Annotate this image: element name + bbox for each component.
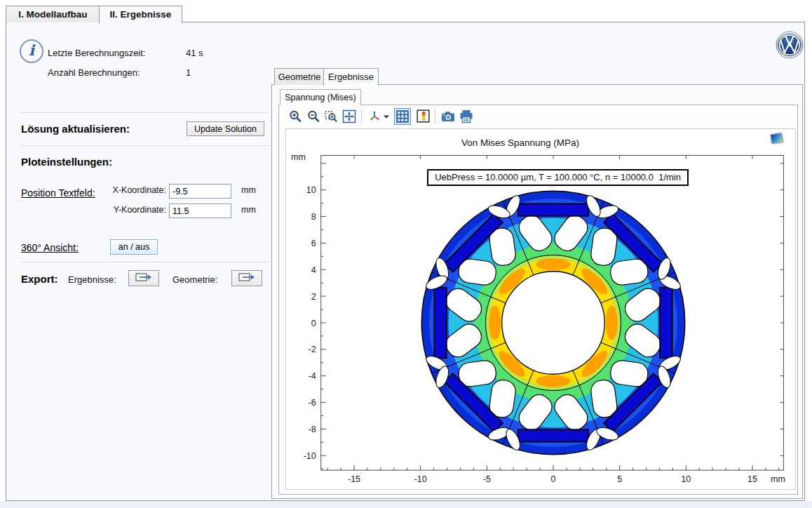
window-footer [0, 501, 812, 508]
update-solution-label: Lösung aktualisieren: [21, 123, 130, 135]
zoom-extents-icon [342, 109, 356, 123]
computation-count-label: Anzahl Berechnungen: [48, 67, 140, 78]
color-legend-toggle-button[interactable] [415, 109, 431, 124]
y-coordinate-input[interactable] [169, 203, 231, 218]
snapshot-button[interactable] [440, 109, 456, 124]
x-coordinate-unit: mm [241, 185, 256, 195]
info-icon: i [20, 39, 43, 63]
svg-text:-5: -5 [483, 474, 491, 484]
zoom-extents-button[interactable] [341, 109, 357, 124]
svg-text:5: 5 [617, 474, 622, 484]
svg-text:-8: -8 [309, 425, 316, 434]
update-solution-button[interactable]: Update Solution [187, 121, 264, 136]
vw-logo [776, 31, 804, 59]
tab-spannung-mises[interactable]: Spannung (Mises) [280, 89, 361, 105]
chevron-down-icon [383, 109, 390, 123]
svg-text:0: 0 [311, 319, 316, 328]
y-axis-unit: mm [291, 152, 306, 162]
zoom-box-button[interactable] [323, 109, 339, 124]
divider [21, 145, 269, 146]
tab-results[interactable]: Ergebnisse [323, 68, 379, 86]
svg-text:6: 6 [311, 239, 316, 248]
svg-text:-10: -10 [304, 451, 316, 461]
svg-text:-6: -6 [309, 398, 316, 408]
svg-text:10: 10 [306, 185, 316, 195]
view-orientation-dropdown[interactable] [381, 109, 391, 124]
svg-text:-2: -2 [309, 345, 316, 354]
last-computation-label: Letzte Berechnungszeit: [48, 48, 145, 58]
computation-count-value: 1 [186, 67, 191, 78]
zoom-out-icon [306, 109, 320, 123]
tab-ergebnisse[interactable]: II. Ergebnisse [99, 6, 182, 23]
toolbar-separator [435, 109, 435, 123]
camera-icon [441, 109, 455, 123]
print-button[interactable] [459, 109, 474, 124]
tab-modellaufbau[interactable]: I. Modellaufbau [6, 6, 100, 22]
svg-text:4: 4 [311, 265, 316, 275]
x-axis-unit: mm [771, 474, 785, 484]
y-coordinate-unit: mm [241, 205, 256, 215]
plot-canvas[interactable]: -15-10-50510151086420-2-4-6-8-10 Von Mis… [285, 128, 796, 490]
export-label: Export: [21, 273, 58, 285]
plot-settings-heading: Ploteinstellungen: [21, 156, 112, 168]
x-coordinate-label: X-Koordinate: [81, 185, 166, 195]
export-geometry-button[interactable] [231, 270, 262, 286]
zoom-in-icon [288, 109, 302, 123]
svg-text:10: 10 [681, 474, 691, 484]
tab-geometrie[interactable]: Geometrie [274, 68, 325, 85]
plot-thumbnail-icon[interactable] [770, 133, 783, 144]
divider [21, 262, 269, 262]
svg-text:-4: -4 [309, 371, 316, 381]
svg-text:0: 0 [551, 474, 556, 484]
export-results-button[interactable] [128, 270, 159, 286]
view-orientation-button[interactable] [367, 109, 383, 124]
app-window: I. Modellaufbau II. Ergebnisse i Letzte … [0, 0, 812, 508]
view-360-label: 360° Ansicht: [21, 242, 79, 253]
x-coordinate-input[interactable] [169, 184, 231, 199]
view-360-toggle-button[interactable]: an / aus [110, 239, 158, 255]
export-results-label: Ergebnisse: [68, 274, 116, 285]
divider [21, 112, 269, 113]
svg-text:-10: -10 [414, 474, 427, 484]
svg-text:-15: -15 [348, 474, 360, 484]
toolbar-separator [361, 109, 362, 123]
plot-annotation: UebPress = 10.0000 µm, T = 100.000 °C, n… [427, 169, 689, 186]
export-icon [238, 272, 255, 282]
printer-icon [459, 109, 473, 123]
zoom-in-button[interactable] [287, 109, 303, 124]
zoom-out-button[interactable] [306, 109, 321, 124]
svg-text:8: 8 [311, 212, 316, 222]
svg-text:15: 15 [747, 474, 757, 484]
svg-text:2: 2 [311, 292, 316, 302]
export-geometry-label: Geometrie: [172, 274, 217, 285]
grid-toggle-button[interactable] [394, 108, 411, 125]
grid-icon [396, 110, 409, 123]
last-computation-value: 41 s [186, 48, 203, 58]
axis-triad-icon [368, 109, 382, 123]
export-icon [135, 272, 152, 282]
zoom-box-icon [324, 109, 338, 123]
color-legend-icon [417, 109, 430, 123]
plot-title: Von Mises Spannung (MPa) [380, 138, 661, 148]
y-coordinate-label: Y-Koordinate: [81, 205, 166, 215]
